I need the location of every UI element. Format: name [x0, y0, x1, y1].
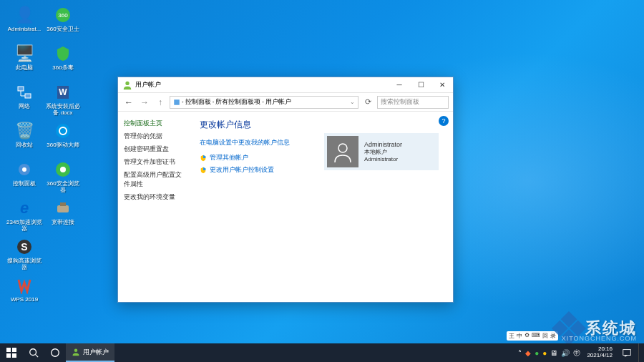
this-pc-shortcut[interactable]: 🖥️此电脑 — [6, 42, 43, 79]
gear-icon — [14, 160, 34, 180]
help-button[interactable]: ? — [439, 116, 449, 126]
ime-btn[interactable]: 录 — [550, 332, 556, 340]
taskbar-app-user-accounts[interactable]: 用户帐户 — [66, 343, 114, 362]
ime-btn[interactable]: 王 — [509, 332, 514, 340]
window-content: 控制面板主页 管理你的凭据 创建密码重置盘 管理文件加密证书 配置高级用户配置文… — [118, 112, 453, 302]
close-button[interactable]: ✕ — [431, 77, 453, 92]
sidebar-credentials[interactable]: 管理你的凭据 — [124, 132, 184, 141]
svg-text:S: S — [21, 241, 27, 253]
user-name: Administrator — [364, 141, 402, 148]
maximize-button[interactable]: ☐ — [410, 77, 431, 92]
svg-point-23 — [30, 349, 36, 356]
tray-app-icon[interactable]: ● — [535, 349, 539, 357]
360-antivirus-shortcut[interactable]: 360杀毒 — [44, 42, 82, 79]
desktop-column-2: 360360安全卫士 360杀毒 W系统安装后必备.docx 360驱动大师 3… — [44, 4, 82, 234]
360-browser-shortcut[interactable]: 360安全浏览器 — [44, 158, 82, 195]
ime-btn[interactable]: ⚙ — [525, 332, 530, 340]
user-role: Administrator — [364, 156, 402, 162]
broadband-shortcut[interactable]: 宽带连接 — [44, 197, 82, 234]
control-panel-icon — [173, 99, 180, 106]
svg-rect-15 — [60, 202, 66, 206]
shield-icon — [53, 44, 73, 64]
minimize-button[interactable]: ─ — [389, 77, 410, 92]
tray-chevron-icon[interactable]: ˄ — [518, 349, 522, 357]
cortana-button[interactable] — [44, 343, 66, 362]
2345-browser-shortcut[interactable]: e2345加速浏览器 — [6, 197, 43, 234]
user-info: Administrator 本地帐户 Administrator — [364, 141, 402, 162]
trash-icon: 🗑️ — [14, 121, 34, 141]
recycle-bin-shortcut[interactable]: 🗑️回收站 — [6, 119, 43, 157]
sidebar-heading[interactable]: 控制面板主页 — [124, 119, 184, 128]
svg-point-18 — [338, 144, 347, 152]
svg-rect-1 — [25, 94, 31, 98]
user-icon: 👤 — [14, 5, 34, 25]
back-button[interactable]: ← — [122, 96, 135, 109]
tray-network-icon[interactable]: 🖥 — [550, 349, 557, 357]
ime-btn[interactable]: 中 — [517, 332, 522, 340]
360browser-icon — [53, 160, 73, 180]
desktop-column-1: 👤Administrat... 🖥️此电脑 网络 🗑️回收站 控制面板 e234… — [6, 4, 43, 311]
breadcrumb[interactable]: › 控制面板 › 所有控制面板项 › 用户帐户 ⌄ — [170, 96, 358, 109]
360-safe-shortcut[interactable]: 360360安全卫士 — [44, 4, 82, 41]
user-accounts-icon — [122, 80, 132, 90]
control-panel-shortcut[interactable]: 控制面板 — [6, 158, 43, 195]
svg-rect-27 — [623, 350, 631, 356]
forward-button[interactable]: → — [138, 96, 151, 109]
search-button[interactable] — [23, 343, 44, 362]
watermark-url: XITONGCHENG.COM — [562, 335, 637, 342]
360-driver-shortcut[interactable]: 360驱动大师 — [44, 119, 82, 157]
titlebar[interactable]: 用户帐户 ─ ☐ ✕ — [118, 77, 453, 93]
network-icon — [14, 82, 34, 102]
svg-point-16 — [125, 81, 129, 84]
sidebar-password-reset[interactable]: 创建密码重置盘 — [124, 145, 184, 154]
tray-volume-icon[interactable]: 🔊 — [561, 349, 570, 357]
breadcrumb-item[interactable]: 所有控制面板项 — [215, 97, 260, 107]
svg-point-10 — [56, 124, 70, 138]
taskbar: 用户帐户 ˄ ◆ ● ● 🖥 🔊 ㊥ 20:16 2021/4/12 — [0, 343, 644, 362]
wps-icon — [14, 275, 34, 295]
tray-app-icon[interactable]: ● — [542, 349, 547, 357]
sidebar: 控制面板主页 管理你的凭据 创建密码重置盘 管理文件加密证书 配置高级用户配置文… — [118, 112, 190, 302]
svg-point-3 — [22, 167, 26, 172]
svg-rect-20 — [12, 348, 16, 352]
start-button[interactable] — [0, 343, 23, 362]
svg-rect-21 — [6, 353, 11, 358]
wps-shortcut[interactable]: WPS 2019 — [6, 274, 43, 311]
window-title: 用户帐户 — [135, 80, 389, 89]
uac-shield-icon — [200, 167, 207, 174]
notification-button[interactable] — [619, 343, 635, 362]
dropdown-arrow-icon[interactable]: ⌄ — [350, 99, 355, 105]
svg-line-24 — [36, 355, 39, 358]
tray-app-icon[interactable]: ◆ — [525, 349, 531, 357]
sogou-browser-shortcut[interactable]: S搜狗高速浏览器 — [6, 235, 43, 273]
breadcrumb-item[interactable]: 控制面板 — [185, 97, 211, 107]
admin-shortcut[interactable]: 👤Administrat... — [6, 4, 43, 41]
ime-btn[interactable]: ⌨ — [532, 332, 540, 340]
taskbar-clock[interactable]: 20:16 2021/4/12 — [584, 346, 615, 359]
uac-shield-icon — [200, 155, 207, 162]
network-shortcut[interactable]: 网络 — [6, 81, 43, 118]
search-input[interactable]: 搜索控制面板 — [377, 96, 449, 109]
up-button[interactable]: ↑ — [154, 96, 167, 109]
user-accounts-window: 用户帐户 ─ ☐ ✕ ← → ↑ › 控制面板 › 所有控制面板项 › 用户帐户… — [117, 77, 454, 303]
svg-rect-19 — [6, 348, 11, 352]
address-bar: ← → ↑ › 控制面板 › 所有控制面板项 › 用户帐户 ⌄ ⟳ 搜索控制面板 — [118, 93, 453, 112]
breadcrumb-item[interactable]: 用户帐户 — [265, 97, 291, 107]
svg-point-13 — [60, 167, 66, 172]
sidebar-env-vars[interactable]: 更改我的环境变量 — [124, 192, 184, 202]
svg-rect-0 — [18, 87, 24, 91]
ime-toolbar[interactable]: 王 中 ⚙ ⌨ 回 录 — [507, 331, 558, 341]
user-card: Administrator 本地帐户 Administrator — [324, 133, 439, 170]
svg-rect-17 — [174, 99, 180, 105]
window-controls: ─ ☐ ✕ — [389, 77, 453, 92]
sidebar-encryption[interactable]: 管理文件加密证书 — [124, 157, 184, 167]
user-avatar — [327, 136, 358, 167]
show-desktop-button[interactable] — [638, 343, 641, 362]
ime-btn[interactable]: 回 — [542, 332, 548, 340]
sidebar-profile[interactable]: 配置高级用户配置文件属性 — [124, 170, 184, 189]
refresh-button[interactable]: ⟳ — [361, 96, 374, 109]
driver-icon — [53, 121, 73, 141]
svg-rect-14 — [57, 205, 69, 212]
tray-ime-icon[interactable]: ㊥ — [573, 348, 580, 358]
docx-shortcut[interactable]: W系统安装后必备.docx — [44, 81, 82, 118]
